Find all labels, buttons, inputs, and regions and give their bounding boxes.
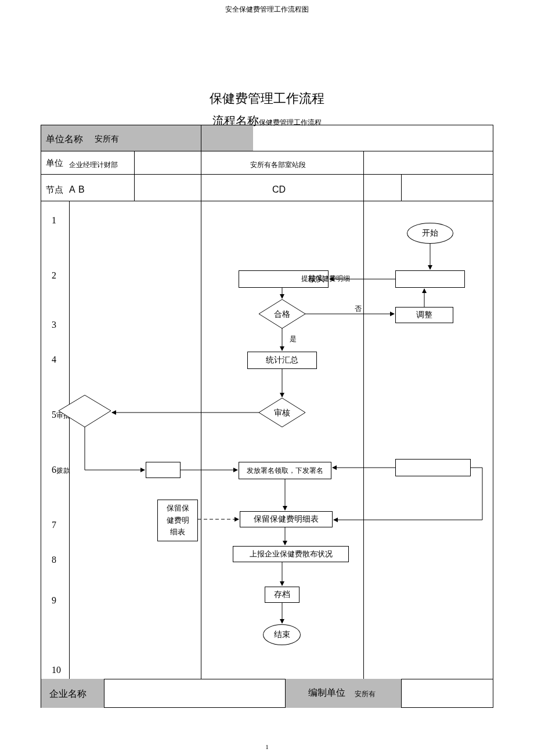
adjust-box: 调整 xyxy=(395,307,453,323)
step-6: 6拨款 xyxy=(52,465,70,476)
vline-b1 xyxy=(134,151,135,201)
compile-unit-value: 安所有 xyxy=(355,689,376,699)
issue-label: 发放署名领取，下发署名 xyxy=(247,466,323,476)
col-a: A xyxy=(69,185,75,195)
company-label: 企业名称 xyxy=(49,688,86,700)
main-title: 保健费管理工作流程 xyxy=(0,90,534,107)
svg-text:合格: 合格 xyxy=(274,310,290,319)
footer-vline-3 xyxy=(401,679,402,708)
step-4: 4 xyxy=(52,355,56,365)
hline-3 xyxy=(41,201,493,201)
page-number: 1 xyxy=(0,743,534,750)
verify-label-2: 提报保健费明细 xyxy=(301,274,350,284)
page-header-small: 安全保健费管理工作流程图 xyxy=(0,5,534,15)
audit-diamond: 审核 xyxy=(259,398,305,427)
vline-a xyxy=(69,201,70,679)
retain-small-box: 保留保 健费明 细表 xyxy=(157,500,198,541)
end-node: 结束 xyxy=(263,624,301,645)
diagram-frame: 单位名称 安所有 单位 企业经理计财部 安所有各部室站段 节点 A B CD 1… xyxy=(41,125,493,708)
qualified-diamond: 合格 xyxy=(259,299,305,328)
archive-box: 存档 xyxy=(265,587,300,603)
step-7: 7 xyxy=(52,520,56,530)
stat-box: 统计汇总 xyxy=(247,352,317,369)
empty-box-b6 xyxy=(146,462,181,478)
empty-box-d6 xyxy=(395,459,471,476)
empty-box-d2 xyxy=(395,270,465,288)
step-8: 8 xyxy=(52,555,56,565)
col-cd: CD xyxy=(272,185,286,195)
dec-yes-label: 是 xyxy=(290,334,297,344)
node-label: 节点 xyxy=(46,185,63,196)
svg-marker-4 xyxy=(59,395,111,427)
compile-unit-label: 编制单位 xyxy=(308,687,345,699)
page: 安全保健费管理工作流程图 保健费管理工作流程 流程名称保健费管理工作流程 单位名… xyxy=(0,0,534,756)
vline-d xyxy=(401,174,402,201)
unit-name-value: 安所有 xyxy=(95,134,119,144)
unit-label: 单位 xyxy=(46,158,63,169)
step-1: 1 xyxy=(52,215,56,226)
start-node: 开始 xyxy=(407,223,453,244)
step-2: 2 xyxy=(52,270,56,281)
approve-diamond xyxy=(59,395,111,427)
hline-1 xyxy=(41,151,493,151)
hline-2 xyxy=(41,174,493,175)
dec-no-label: 否 xyxy=(355,304,362,314)
retain-box: 保留保健费明细表 xyxy=(240,511,333,527)
svg-text:审核: 审核 xyxy=(274,408,290,417)
step-9: 9 xyxy=(52,595,56,606)
gray-block-2 xyxy=(201,125,253,151)
step-3: 3 xyxy=(52,320,56,330)
hline-footer xyxy=(41,679,493,679)
col-b: B xyxy=(78,185,85,195)
col-c-label: 安所有各部室站段 xyxy=(250,160,306,170)
step-10: 10 xyxy=(52,665,61,675)
report-box: 上报企业保健费散布状况 xyxy=(233,546,349,562)
footer-vline-1 xyxy=(104,679,104,708)
unit-value: 企业经理计财部 xyxy=(69,160,118,170)
footer-vline-2 xyxy=(285,679,286,708)
step-6-label: 拨款 xyxy=(56,466,70,475)
vline-b2 xyxy=(201,125,201,679)
vline-c xyxy=(363,151,364,679)
unit-name-label: 单位名称 xyxy=(46,133,83,146)
issue-box: 发放署名领取，下发署名 xyxy=(239,462,331,479)
